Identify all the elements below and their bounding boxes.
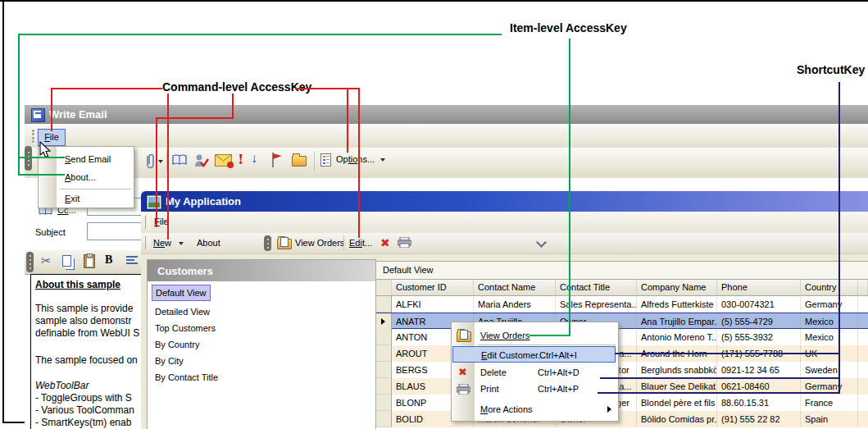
my-app-file-menu[interactable]: File xyxy=(154,217,169,226)
command-level-accesskey-label: Command-level AccessKey xyxy=(162,80,311,94)
view-item-by-country[interactable]: By Country xyxy=(152,337,202,352)
table-row[interactable]: BLONP ager Blondel père et fils 88.60.15… xyxy=(376,395,868,411)
customers-panel: Customers Default View Detailed View Top… xyxy=(147,259,376,429)
view-item-top-customers[interactable]: Top Customers xyxy=(152,321,219,335)
context-item-delete[interactable]: ✖ Delete Ctrl+Alt+D xyxy=(452,364,618,381)
view-orders-icon[interactable] xyxy=(277,239,292,249)
figure-border-left xyxy=(2,0,4,423)
grid-context-menu: View Orders Edit Customer... Ctrl+Alt+I … xyxy=(451,322,619,422)
customers-panel-header: Customers xyxy=(148,260,375,281)
format-toolbar-grip[interactable] xyxy=(26,252,34,272)
figure-border-top xyxy=(0,0,868,2)
grid-header-country[interactable]: Country xyxy=(801,280,858,296)
submenu-arrow-icon xyxy=(607,406,611,413)
grid-header-filler xyxy=(858,280,868,296)
annotation-line-red xyxy=(295,88,360,89)
grid-header-phone[interactable]: Phone xyxy=(717,280,801,296)
shortcut-ctrl-alt-p: Ctrl+Alt+P xyxy=(538,381,579,397)
mouse-cursor xyxy=(39,141,52,161)
align-left-icon[interactable] xyxy=(126,256,138,266)
context-item-edit-customer[interactable]: Edit Customer... Ctrl+Alt+I xyxy=(452,346,616,363)
subject-label: Subject xyxy=(35,227,66,237)
paste-icon[interactable] xyxy=(84,254,95,268)
new-dropdown-icon[interactable] xyxy=(179,242,184,245)
toolbar-overflow-chevron[interactable] xyxy=(536,237,547,248)
cut-icon[interactable]: ✂ xyxy=(41,253,52,268)
menubar-grip[interactable] xyxy=(32,130,35,143)
edit-button[interactable]: Edit... xyxy=(349,235,372,251)
table-row[interactable]: ALFKI Maria Anders Sales Representa... A… xyxy=(376,296,868,313)
priority-high-icon[interactable]: ! xyxy=(238,151,243,167)
my-application-titlebar: My Application xyxy=(141,191,868,212)
context-item-more-actions[interactable]: More Actions xyxy=(452,401,618,418)
shortcutkey-label: ShortcutKey xyxy=(797,63,865,76)
about-button[interactable]: About xyxy=(197,235,220,251)
table-row[interactable]: ANTON Antonio Moreno T... (5) 555-3932 M… xyxy=(376,329,868,345)
menubar-grip[interactable] xyxy=(145,216,149,229)
options-button[interactable]: Options... xyxy=(336,151,375,167)
write-email-titlebar: Write Email xyxy=(25,105,868,124)
view-orders-button[interactable]: View Orders xyxy=(295,235,344,251)
grid-header-customer-id[interactable]: Customer ID xyxy=(392,280,474,296)
write-email-title: Write Email xyxy=(49,108,107,121)
format-toolbar: ✂ B xyxy=(25,250,141,275)
bold-icon[interactable]: B xyxy=(105,253,112,267)
view-item-detailed-view[interactable]: Detailed View xyxy=(152,304,213,319)
my-application-toolbar: New About View Orders Edit... ✖ xyxy=(141,233,868,254)
table-row[interactable]: BLAUS nta... Blauer See Delikat... 0621-… xyxy=(376,378,868,395)
context-item-view-orders[interactable]: View Orders xyxy=(452,327,618,344)
grid-header-contact-title[interactable]: Contact Title xyxy=(556,280,637,296)
customers-grid: Customer ID Contact Name Contact Title C… xyxy=(376,280,868,429)
view-item-by-city[interactable]: By City xyxy=(152,354,187,368)
read-book-icon[interactable] xyxy=(172,154,187,166)
row-indicator-icon xyxy=(381,318,385,325)
menu-item-exit[interactable]: Exit xyxy=(39,191,160,206)
shortcut-ctrl-alt-i: Ctrl+Alt+I xyxy=(539,347,577,363)
table-row-selected[interactable]: ANATR Ana Trujillo Owner Ana Trujillo Em… xyxy=(376,313,868,329)
grid-header-contact-name[interactable]: Contact Name xyxy=(474,280,556,296)
new-button[interactable]: New xyxy=(153,235,171,251)
print-icon[interactable] xyxy=(398,237,411,248)
toolbar2-grip[interactable] xyxy=(264,235,271,251)
my-application-title: My Application xyxy=(166,195,241,208)
item-level-accesskey-label: Item-level AccessKey xyxy=(510,21,627,34)
copy-icon[interactable] xyxy=(62,255,71,267)
print-icon xyxy=(457,383,470,399)
grid-header-company-name[interactable]: Company Name xyxy=(637,280,717,296)
view-item-by-contact-title[interactable]: By Contact Title xyxy=(152,370,221,385)
move-down-icon[interactable]: ↓ xyxy=(251,151,257,166)
write-email-menubar: File xyxy=(25,124,868,148)
check-names-icon[interactable] xyxy=(193,153,210,169)
screenshot-stage: Write Email File xyxy=(0,0,868,429)
annotation-line-green xyxy=(18,34,502,35)
toolbar-drag-grip[interactable] xyxy=(25,146,32,171)
write-email-icon xyxy=(31,108,45,122)
table-row[interactable]: BOLID Martín Sommer Owner Bólido Comidas… xyxy=(376,411,868,427)
options-dropdown-icon[interactable] xyxy=(380,158,385,162)
shortcut-ctrl-alt-d: Ctrl+Alt+D xyxy=(538,364,579,381)
grid-header-selector xyxy=(376,280,392,296)
options-page-icon[interactable] xyxy=(320,153,331,167)
delete-x-icon: ✖ xyxy=(458,364,467,381)
annotation-line-red xyxy=(51,88,162,89)
context-item-print[interactable]: Print Ctrl+Alt+P xyxy=(452,381,618,397)
flag-icon[interactable] xyxy=(270,152,284,168)
view-orders-icon xyxy=(457,331,471,342)
table-row[interactable]: BERGS trator Berglunds snabbköp 0921-12 … xyxy=(376,362,868,378)
mail-block-icon[interactable] xyxy=(215,154,232,167)
view-bar: Default View xyxy=(375,261,868,280)
customers-panel-title: Customers xyxy=(157,265,213,277)
delete-x-icon[interactable]: ✖ xyxy=(380,235,390,251)
annotation-line-green xyxy=(18,34,20,176)
menu-item-about[interactable]: About... xyxy=(39,170,160,185)
table-row[interactable]: AROUT nta... Around the Horn (171) 555-7… xyxy=(376,345,868,362)
open-folder-icon[interactable] xyxy=(292,156,307,167)
menu-item-send-email[interactable]: Send Email xyxy=(39,152,160,167)
view-item-default-view[interactable]: Default View xyxy=(152,285,211,301)
toolbar-grip[interactable] xyxy=(145,236,149,249)
my-application-menubar: File xyxy=(141,212,868,233)
